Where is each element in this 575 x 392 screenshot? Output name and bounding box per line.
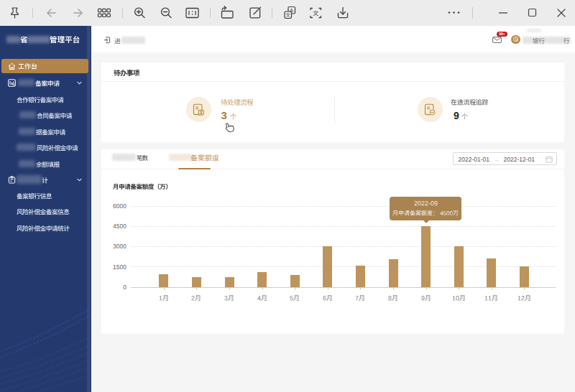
svg-text:A: A	[290, 8, 293, 13]
